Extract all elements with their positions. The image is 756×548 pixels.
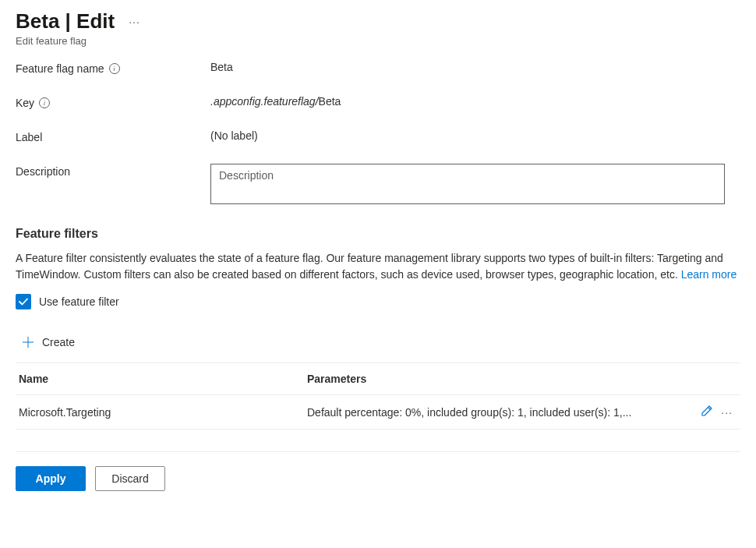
- create-label: Create: [42, 336, 75, 348]
- key-prefix: .appconfig.featureflag/: [210, 95, 319, 108]
- check-icon: [18, 296, 29, 307]
- apply-button[interactable]: Apply: [16, 466, 86, 491]
- plus-icon: [22, 336, 34, 348]
- flag-name-label-text: Feature flag name: [16, 62, 104, 75]
- more-icon[interactable]: ···: [124, 12, 145, 31]
- flag-name-value: Beta: [210, 61, 740, 73]
- description-input[interactable]: [210, 164, 725, 204]
- key-label-text: Key: [16, 97, 34, 109]
- key-suffix: Beta: [319, 95, 341, 108]
- filters-table: Name Parameters Microsoft.Targeting Defa…: [16, 362, 740, 430]
- key-value: .appconfig.featureflag/Beta: [210, 95, 740, 108]
- label-value: (No label): [210, 129, 740, 142]
- key-label: Key i: [16, 95, 210, 109]
- description-label: Description: [16, 164, 210, 178]
- edit-icon[interactable]: [701, 405, 713, 419]
- info-icon[interactable]: i: [39, 97, 50, 108]
- col-params-header: Parameters: [291, 373, 737, 385]
- col-name-header: Name: [19, 373, 291, 385]
- label-label: Label: [16, 129, 210, 143]
- filters-description: A Feature filter consistently evaluates …: [16, 250, 740, 283]
- bottom-bar: Apply Discard: [16, 451, 740, 491]
- filters-heading: Feature filters: [16, 227, 740, 241]
- learn-more-link[interactable]: Learn more: [681, 268, 737, 281]
- page-subtitle: Edit feature flag: [16, 35, 740, 47]
- create-button[interactable]: Create: [16, 331, 81, 353]
- label-label-text: Label: [16, 131, 42, 143]
- info-icon[interactable]: i: [109, 63, 120, 74]
- filter-params: Default percentage: 0%, included group(s…: [291, 406, 701, 419]
- filters-description-text: A Feature filter consistently evaluates …: [16, 252, 723, 281]
- filter-name: Microsoft.Targeting: [19, 406, 291, 419]
- flag-name-label: Feature flag name i: [16, 61, 210, 75]
- discard-button[interactable]: Discard: [95, 466, 165, 491]
- use-filter-label: Use feature filter: [39, 295, 119, 308]
- table-row[interactable]: Microsoft.Targeting Default percentage: …: [16, 395, 740, 430]
- description-label-text: Description: [16, 165, 70, 178]
- use-filter-checkbox[interactable]: [16, 294, 31, 309]
- page-title: Beta | Edit: [16, 9, 115, 34]
- table-header: Name Parameters: [16, 363, 740, 395]
- row-more-icon[interactable]: ···: [721, 406, 733, 419]
